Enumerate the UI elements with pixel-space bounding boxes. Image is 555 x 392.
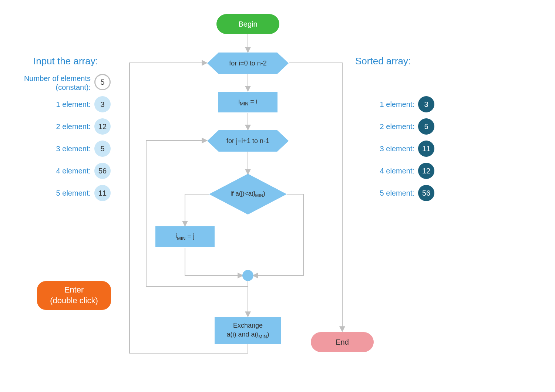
sorted-heading: Sorted array: (355, 55, 411, 67)
sorted-item-label: 3 element: (370, 145, 414, 153)
flow-begin: Begin (216, 14, 279, 34)
input-item-label: 3 element: (44, 145, 91, 153)
sorted-item-circle: 11 (418, 141, 434, 157)
enter-button-line1: Enter (64, 285, 84, 295)
sorted-item-circle: 12 (418, 163, 434, 179)
sorted-item-circle: 56 (418, 185, 434, 201)
sorted-item-label: 2 element: (370, 122, 414, 131)
sorted-item-circle: 3 (418, 96, 434, 112)
input-item-circle[interactable]: 11 (94, 185, 111, 201)
flow-exchange: Exchange a(i) and a(iMIN) (215, 317, 281, 344)
input-heading: Input the array: (33, 55, 98, 67)
input-count-label: Number of elements (constant): (15, 74, 91, 92)
enter-button[interactable]: Enter (double click) (37, 281, 111, 310)
input-count-circle[interactable]: 5 (94, 74, 111, 90)
input-item-circle[interactable]: 12 (94, 118, 111, 135)
input-item-label: 1 element: (44, 100, 91, 109)
flow-set-min-j: iMIN = j (155, 226, 215, 247)
input-item-label: 5 element: (44, 189, 91, 197)
input-item-circle[interactable]: 3 (94, 96, 111, 112)
sorted-item-label: 1 element: (370, 100, 414, 109)
input-item-label: 2 element: (44, 122, 91, 131)
flow-loop-i: for i=0 to n-2 (207, 53, 289, 74)
flow-loop-j: for j=i+1 to n-1 (207, 130, 289, 152)
flow-merge (242, 270, 253, 281)
input-item-circle[interactable]: 56 (94, 163, 111, 179)
flow-end: End (311, 332, 374, 352)
sorted-item-label: 4 element: (370, 167, 414, 175)
input-item-circle[interactable]: 5 (94, 141, 111, 157)
flow-set-min-i: iMIN = i (218, 92, 278, 112)
enter-button-line2: (double click) (50, 295, 98, 306)
sorted-item-circle: 5 (418, 118, 434, 135)
input-item-label: 4 element: (44, 167, 91, 175)
flow-decision: if a(j)<a(iMIN) (209, 174, 287, 214)
input-count-value: 5 (100, 78, 104, 87)
sorted-item-label: 5 element: (370, 189, 414, 197)
